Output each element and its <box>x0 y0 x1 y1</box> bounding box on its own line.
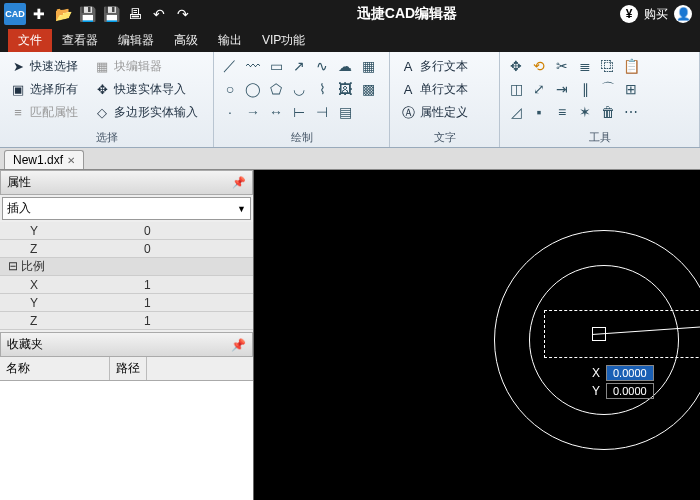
currency-icon[interactable]: ¥ <box>620 5 638 23</box>
attr-icon: Ⓐ <box>400 105 416 121</box>
ray-icon[interactable]: → <box>243 102 263 122</box>
trim-icon[interactable]: ✂ <box>552 56 572 76</box>
mtext-button[interactable]: A多行文本 <box>396 56 493 77</box>
y-input[interactable]: 0.0000 <box>606 383 654 399</box>
menu-file[interactable]: 文件 <box>8 29 52 52</box>
array-icon[interactable]: ⊞ <box>621 79 641 99</box>
table-icon[interactable]: ▤ <box>335 102 355 122</box>
menu-output[interactable]: 输出 <box>208 29 252 52</box>
more-icon[interactable]: ⋯ <box>621 102 641 122</box>
drawing-canvas[interactable]: X0.0000 Y0.0000 <box>254 170 700 500</box>
chamfer-icon[interactable]: ◿ <box>506 102 526 122</box>
mirror-icon[interactable]: ◫ <box>506 79 526 99</box>
stext-icon: A <box>400 82 416 98</box>
undo-icon[interactable]: ↶ <box>148 3 170 25</box>
favorites-header: 收藏夹 📌 <box>0 332 253 357</box>
explode-icon[interactable]: ✶ <box>575 102 595 122</box>
polygon-entity-button[interactable]: ◇多边形实体输入 <box>90 102 202 123</box>
rotate-icon[interactable]: ⟲ <box>529 56 549 76</box>
properties-table: Y0 Z0 ⊟ 比例 X1 Y1 Z1 <box>0 222 253 330</box>
image-icon[interactable]: 🖼 <box>335 79 355 99</box>
block2-icon[interactable]: ▩ <box>358 79 378 99</box>
ellipse-icon[interactable]: ◯ <box>243 79 263 99</box>
attrdef-button[interactable]: Ⓐ属性定义 <box>396 102 493 123</box>
selectall-icon: ▣ <box>10 82 26 98</box>
xline-icon[interactable]: ↔ <box>266 102 286 122</box>
menu-vip[interactable]: VIP功能 <box>252 29 315 52</box>
pin-icon[interactable]: 📌 <box>232 176 246 189</box>
point-icon[interactable]: ∙ <box>220 102 240 122</box>
spline-icon[interactable]: ⌇ <box>312 79 332 99</box>
x-input[interactable]: 0.0000 <box>606 365 654 381</box>
match-props-button[interactable]: ≡匹配属性 <box>6 102 82 123</box>
prop-group-scale: ⊟ 比例 <box>0 258 253 276</box>
buy-link[interactable]: 购买 <box>644 6 668 23</box>
polygon2-icon[interactable]: ⬠ <box>266 79 286 99</box>
prop-row: Y1 <box>0 294 253 312</box>
scale-icon[interactable]: ⤢ <box>529 79 549 99</box>
polygon-icon: ◇ <box>94 105 110 121</box>
paste-icon[interactable]: 📋 <box>621 56 641 76</box>
save-icon[interactable]: 💾 <box>76 3 98 25</box>
mtext-icon: A <box>400 59 416 75</box>
fillet-icon[interactable]: ⌒ <box>598 79 618 99</box>
dim-icon[interactable]: ⊢ <box>289 102 309 122</box>
purge-icon[interactable]: 🗑 <box>598 102 618 122</box>
fav-col-name[interactable]: 名称 <box>0 357 110 380</box>
grip-icon[interactable]: ▪ <box>529 102 549 122</box>
hatch-icon[interactable]: ▦ <box>358 56 378 76</box>
prop-row: Z0 <box>0 240 253 258</box>
menu-editor[interactable]: 编辑器 <box>108 29 164 52</box>
favorites-list <box>0 381 253 500</box>
prop-row: Y0 <box>0 222 253 240</box>
fast-entity-import-button[interactable]: ✥快速实体导入 <box>90 79 190 100</box>
match-icon: ≡ <box>10 105 26 121</box>
menu-viewer[interactable]: 查看器 <box>52 29 108 52</box>
redo-icon[interactable]: ↷ <box>172 3 194 25</box>
tab-label: New1.dxf <box>13 153 63 167</box>
dim2-icon[interactable]: ⊣ <box>312 102 332 122</box>
pin-icon[interactable]: 📌 <box>231 338 246 352</box>
arrow-icon[interactable]: ↗ <box>289 56 309 76</box>
ribbon: ➤快速选择 ▦块编辑器 ▣选择所有 ✥快速实体导入 ≡匹配属性 ◇多边形实体输入… <box>0 52 700 148</box>
print-icon[interactable]: 🖶 <box>124 3 146 25</box>
quick-select-button[interactable]: ➤快速选择 <box>6 56 82 77</box>
block-icon: ▦ <box>94 59 110 75</box>
extend-icon[interactable]: ⇥ <box>552 79 572 99</box>
tool-icons: ✥⟲✂≣⿻📋 ◫⤢⇥∥⌒⊞ ◿▪≡✶🗑⋯ <box>506 56 641 128</box>
layer-icon[interactable]: ≣ <box>575 56 595 76</box>
move-icon[interactable]: ✥ <box>506 56 526 76</box>
rect-icon[interactable]: ▭ <box>266 56 286 76</box>
polyline-icon[interactable]: 〰 <box>243 56 263 76</box>
prop-row: X1 <box>0 276 253 294</box>
new-icon[interactable]: ✚ <box>28 3 50 25</box>
fav-col-path[interactable]: 路径 <box>110 357 147 380</box>
curve-icon[interactable]: ∿ <box>312 56 332 76</box>
app-icon: CAD <box>4 3 26 25</box>
align-icon[interactable]: ≡ <box>552 102 572 122</box>
type-combo[interactable]: 插入 ▼ <box>2 197 251 220</box>
circle-icon[interactable]: ○ <box>220 79 240 99</box>
select-all-button[interactable]: ▣选择所有 <box>6 79 82 100</box>
draw-tools: ／〰▭↗∿☁▦ ○◯⬠◡⌇🖼▩ ∙→↔⊢⊣▤ <box>220 56 378 128</box>
user-icon[interactable]: 👤 <box>674 5 692 23</box>
document-tab[interactable]: New1.dxf ✕ <box>4 150 84 169</box>
open-icon[interactable]: 📂 <box>52 3 74 25</box>
window-title: 迅捷CAD编辑器 <box>194 5 620 23</box>
stext-button[interactable]: A单行文本 <box>396 79 493 100</box>
selection-marquee <box>544 310 700 358</box>
copy2-icon[interactable]: ⿻ <box>598 56 618 76</box>
close-tab-icon[interactable]: ✕ <box>67 155 75 166</box>
arc-icon[interactable]: ◡ <box>289 79 309 99</box>
menu-advanced[interactable]: 高级 <box>164 29 208 52</box>
collapse-icon[interactable]: ⊟ <box>8 259 18 273</box>
import-icon: ✥ <box>94 82 110 98</box>
chevron-down-icon: ▼ <box>237 204 246 214</box>
offset-icon[interactable]: ∥ <box>575 79 595 99</box>
cursor-icon: ➤ <box>10 59 26 75</box>
line-icon[interactable]: ／ <box>220 56 240 76</box>
cloud-icon[interactable]: ☁ <box>335 56 355 76</box>
prop-row: Z1 <box>0 312 253 330</box>
block-editor-button[interactable]: ▦块编辑器 <box>90 56 166 77</box>
saveas-icon[interactable]: 💾 <box>100 3 122 25</box>
